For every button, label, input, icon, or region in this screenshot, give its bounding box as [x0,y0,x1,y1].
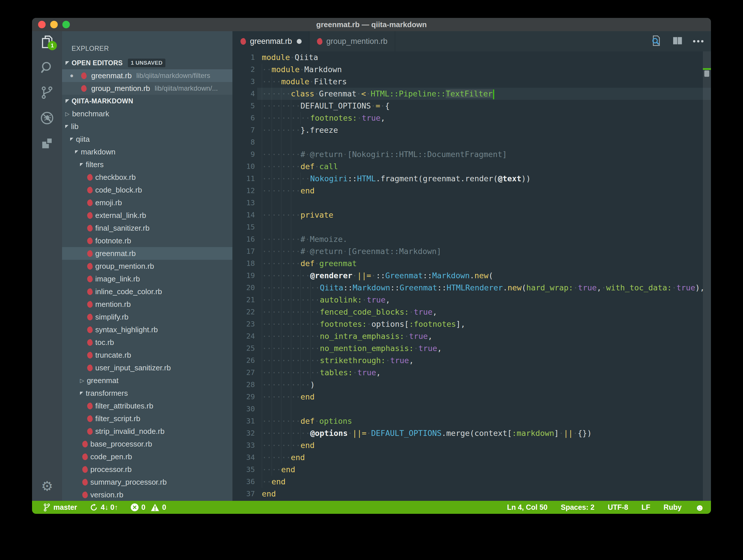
tree-item-truncate-rb[interactable]: truncate.rb [62,349,232,361]
project-header[interactable]: QIITA-MARKDOWN [62,95,232,107]
tree-item-user_input_sanitizer-rb[interactable]: user_input_sanitizer.rb [62,361,232,374]
ruby-file-icon [81,85,87,92]
tree-item-external_link-rb[interactable]: external_link.rb [62,209,232,222]
tree-item-greenmat-rb[interactable]: greenmat.rb [62,247,232,260]
code-line[interactable]: ····end [257,464,711,476]
open-editor-item[interactable]: ●greenmat.rblib/qiita/markdown/filters [62,69,232,82]
code-line[interactable]: ····module·Filters [257,76,711,88]
code-line[interactable]: ··········@renderer·||=·::Greenmat::Mark… [257,270,711,282]
code-line[interactable]: ··end [257,476,711,488]
tree-item-syntax_highlight-rb[interactable]: syntax_highlight.rb [62,323,232,336]
extensions-icon[interactable] [39,136,55,151]
sync-status[interactable]: 4↓ 0↑ [90,503,118,512]
tree-item-benchmark[interactable]: ▷benchmark [62,107,232,120]
code-line[interactable]: ············autolink:·true, [257,294,711,306]
code-line[interactable] [257,136,711,148]
tree-item-strip_invalid_node-rb[interactable]: strip_invalid_node.rb [62,425,232,438]
tree-item-toc-rb[interactable]: toc.rb [62,336,232,349]
split-editor-icon[interactable] [672,35,683,48]
tree-item-lib[interactable]: lib [62,120,232,133]
scrollbar-thumb[interactable] [704,71,709,77]
code-line[interactable]: ········def·greenmat [257,257,711,270]
code-line[interactable]: ············strikethrough:·true, [257,354,711,367]
code-line[interactable]: ··module·Markdown [257,63,711,76]
tree-item-code_pen-rb[interactable]: code_pen.rb [62,450,232,463]
tree-item-image_link-rb[interactable]: image_link.rb [62,272,232,285]
code-line[interactable] [257,197,711,209]
code-line[interactable]: ··········) [257,379,711,391]
code-line[interactable]: ············Qiita::Markdown::Greenmat::H… [257,282,711,294]
tree-item-transformers[interactable]: transformers [62,387,232,399]
tree-item-code_block-rb[interactable]: code_block.rb [62,184,232,196]
tree-item-version-rb[interactable]: version.rb [62,488,232,501]
code-line[interactable]: ············fenced_code_blocks:·true, [257,306,711,318]
search-in-file-icon[interactable] [650,35,662,48]
code-line[interactable]: module·Qiita [257,51,711,63]
tree-item-final_sanitizer-rb[interactable]: final_sanitizer.rb [62,222,232,234]
tree-item-filter_script-rb[interactable]: filter_script.rb [62,412,232,425]
encoding-setting[interactable]: UTF-8 [608,503,628,512]
code-line[interactable]: ········#·@return·[Greenmat::Markdown] [257,245,711,257]
code-line[interactable]: ········}.freeze [257,124,711,136]
title-bar[interactable]: greenmat.rb — qiita-markdown [32,18,711,31]
tree-item-filters[interactable]: filters [62,158,232,171]
tree-item-footnote-rb[interactable]: footnote.rb [62,234,232,247]
code-line[interactable]: ··········Nokogiri::HTML.fragment(greenm… [257,173,711,185]
code-line[interactable]: ········private [257,209,711,221]
explorer-icon[interactable]: 1 [39,35,55,49]
code-line[interactable]: ········end [257,185,711,197]
code-line[interactable]: end [257,488,711,500]
tree-item-filter_attributes-rb[interactable]: filter_attributes.rb [62,399,232,412]
language-mode[interactable]: Ruby [664,503,682,512]
tree-item-markdown[interactable]: markdown [62,145,232,158]
code-line[interactable] [257,403,711,415]
code-line[interactable]: ········end [257,391,711,403]
tree-item-processor-rb[interactable]: processor.rb [62,463,232,476]
tab-group_mention-rb[interactable]: group_mention.rb [309,31,395,51]
code-line[interactable]: ········def·call [257,161,711,173]
debug-icon[interactable] [39,111,55,125]
code-line[interactable]: ······class·Greenmat·<·HTML::Pipeline::T… [257,88,711,100]
code-line[interactable] [257,221,711,233]
tree-item-group_mention-rb[interactable]: group_mention.rb [62,260,232,272]
settings-gear-icon[interactable]: ⚙ [32,478,62,494]
tree-item-inline_code_color-rb[interactable]: inline_code_color.rb [62,285,232,298]
tree-item-summary_processor-rb[interactable]: summary_processor.rb [62,476,232,488]
code-line[interactable]: ············no_mention_emphasis:·true, [257,342,711,354]
problems-status[interactable]: 0 0 [131,503,166,512]
open-editors-header[interactable]: OPEN EDITORS 1 UNSAVED [62,56,232,69]
code-line[interactable]: ······end [257,451,711,464]
code-line[interactable]: ········#·Memoize. [257,233,711,245]
tree-item-qiita[interactable]: qiita [62,133,232,145]
eol-setting[interactable]: LF [642,503,650,512]
overview-ruler[interactable] [703,51,711,501]
code-line[interactable]: ············tables:·true, [257,367,711,379]
tree-item-mention-rb[interactable]: mention.rb [62,298,232,311]
tree-item-simplify-rb[interactable]: simplify.rb [62,311,232,323]
code-line[interactable]: ········def·options [257,415,711,427]
feedback-smiley-icon[interactable]: ☻ [695,503,705,512]
git-branch-status[interactable]: master [43,503,77,512]
code-area[interactable]: 1234567891011121314151617181920212223242… [233,51,711,501]
tree-item-base_processor-rb[interactable]: base_processor.rb [62,438,232,450]
code-line[interactable]: ············footnotes:·options[:footnote… [257,318,711,330]
source-control-icon[interactable] [39,85,55,100]
tree-item-greenmat[interactable]: ▷greenmat [62,374,232,387]
code-line[interactable]: ··········@options·||=·DEFAULT_OPTIONS.m… [257,427,711,439]
tree-item-checkbox-rb[interactable]: checkbox.rb [62,171,232,184]
code-line[interactable]: ········#·@return·[Nokogiri::HTML::Docum… [257,148,711,161]
code-line[interactable]: ········DEFAULT_OPTIONS·=·{ [257,100,711,112]
more-actions-icon[interactable] [693,40,703,42]
code-line[interactable]: ········end [257,439,711,451]
indentation-setting[interactable]: Spaces: 2 [561,503,595,512]
code-line[interactable]: ··········footnotes:·true, [257,112,711,124]
tree-item-emoji-rb[interactable]: emoji.rb [62,196,232,209]
search-icon[interactable] [39,60,55,75]
code-line[interactable]: ············no_intra_emphasis:·true, [257,330,711,342]
code-lines[interactable]: module·Qiita··module·Markdown····module·… [257,51,711,501]
ruby-file-icon [87,339,93,346]
chevron-expanded-icon [65,125,69,128]
tab-greenmat-rb[interactable]: greenmat.rb [233,31,309,51]
cursor-position[interactable]: Ln 4, Col 50 [507,503,547,512]
open-editor-item[interactable]: group_mention.rblib/qiita/markdown/... [62,82,232,95]
